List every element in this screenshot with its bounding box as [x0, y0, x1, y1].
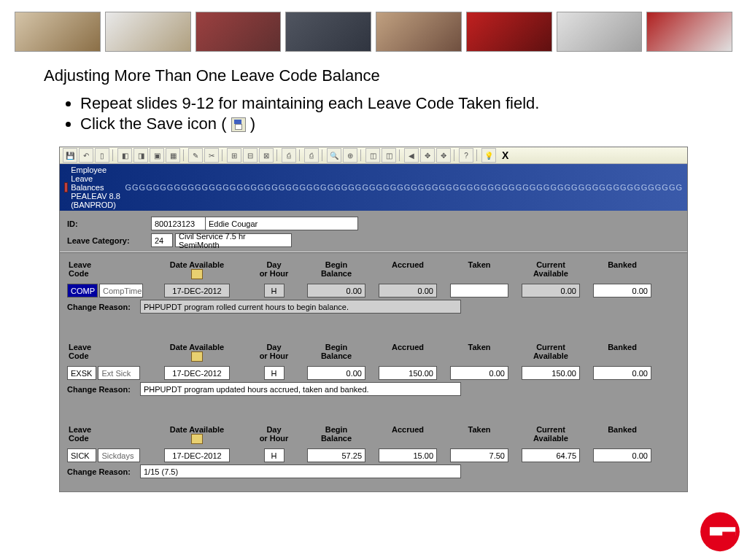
col-begin-balance: BeginBalance	[307, 425, 365, 447]
col-accrued: Accrued	[379, 343, 437, 365]
calendar-icon[interactable]	[191, 269, 203, 279]
slide-title: Adjusting More Than One Leave Code Balan…	[44, 66, 703, 85]
tool-icon[interactable]: ⊞	[227, 148, 241, 163]
begin-balance-field[interactable]: 0.00	[307, 284, 365, 298]
current-available-field[interactable]: 64.75	[522, 448, 580, 462]
leave-code-field[interactable]: EXSK	[67, 366, 96, 380]
help-icon[interactable]: ?	[459, 148, 473, 163]
id-label: ID:	[67, 219, 151, 228]
taken-field[interactable]: 7.50	[450, 448, 508, 462]
accrued-field[interactable]: 0.00	[379, 284, 437, 298]
close-button[interactable]: X	[502, 149, 508, 161]
siue-logo	[697, 508, 743, 554]
col-date-avail: Date Available	[153, 343, 241, 365]
date-available-field[interactable]: 17-DEC-2012	[164, 448, 230, 462]
change-reason-label: Change Reason:	[67, 467, 140, 476]
category-desc-field[interactable]: Civil Service 7.5 hr SemiMonth	[175, 233, 292, 247]
bullet-item: Click the Save icon ( )	[80, 114, 703, 133]
search-icon[interactable]: 🔍	[327, 148, 341, 163]
banked-field[interactable]: 0.00	[593, 284, 651, 298]
tool-icon[interactable]: ✎	[188, 148, 203, 163]
leave-code-desc: CompTime	[99, 284, 143, 298]
tool-icon[interactable]: ⊠	[259, 148, 274, 163]
leave-code-desc: Sickdays	[98, 448, 140, 462]
date-available-field[interactable]: 17-DEC-2012	[164, 284, 230, 298]
window-title: Employee Leave Balances PEALEAV 8.8 (BAN…	[71, 166, 122, 209]
accrued-field[interactable]: 150.00	[379, 366, 437, 380]
tool-icon[interactable]: ◫	[382, 148, 396, 163]
banked-field[interactable]: 0.00	[593, 448, 651, 462]
id-field[interactable]: 800123123	[151, 217, 206, 230]
app-icon	[64, 182, 68, 192]
taken-field[interactable]	[450, 284, 508, 298]
day-hour-field[interactable]: H	[264, 284, 285, 298]
bullet-text: )	[246, 114, 255, 133]
leave-code-desc: Ext Sick	[98, 366, 140, 380]
col-day-hour: Dayor Hour	[254, 260, 294, 282]
accrued-field[interactable]: 15.00	[379, 448, 437, 462]
col-banked: Banked	[593, 425, 651, 447]
col-date-avail: Date Available	[153, 260, 241, 282]
col-taken: Taken	[450, 343, 508, 365]
change-reason-field[interactable]: 1/15 (7.5)	[140, 464, 461, 478]
document-icon[interactable]: ▯	[95, 148, 109, 163]
col-current-available: CurrentAvailable	[522, 343, 580, 365]
category-code-field[interactable]: 24	[151, 233, 173, 247]
save-icon[interactable]: 💾	[63, 148, 77, 163]
col-accrued: Accrued	[379, 425, 437, 447]
leave-code-field[interactable]: COMP	[67, 284, 98, 298]
banked-field[interactable]: 0.00	[593, 366, 651, 380]
tool-icon[interactable]: ◫	[365, 148, 380, 163]
header-photo	[196, 12, 282, 52]
nav-prev-icon[interactable]: ◀	[404, 148, 419, 163]
tool-icon[interactable]: ⎙	[282, 148, 296, 163]
nav-icon[interactable]: ✥	[436, 148, 451, 163]
begin-balance-field[interactable]: 0.00	[307, 366, 365, 380]
undo-icon[interactable]: ↶	[79, 148, 93, 163]
begin-balance-field[interactable]: 57.25	[307, 448, 365, 462]
tool-icon[interactable]: ▣	[150, 148, 164, 163]
titlebar-pattern: GGGGGGGGGGGGGGGGGGGGGGGGGGGGGGGGGGGGGGGG…	[125, 183, 684, 192]
print-icon[interactable]: ⎙	[304, 148, 319, 163]
tool-icon[interactable]: ▦	[166, 148, 180, 163]
header-photo	[285, 12, 371, 52]
col-current-available: CurrentAvailable	[522, 260, 580, 282]
col-banked: Banked	[593, 343, 651, 365]
bullet-item: Repeat slides 9-12 for maintaining each …	[80, 94, 703, 113]
change-reason-field[interactable]: PHPUPDT program updated hours accrued, t…	[140, 382, 461, 396]
date-available-field[interactable]: 17-DEC-2012	[164, 366, 230, 380]
col-taken: Taken	[450, 260, 508, 282]
bulb-icon[interactable]: 💡	[481, 148, 496, 163]
id-name-field[interactable]: Eddie Cougar	[205, 217, 358, 230]
change-reason-field[interactable]: PHPUPDT program rolled current hours to …	[140, 300, 461, 314]
tool-icon[interactable]: ◧	[117, 148, 132, 163]
header-photo	[15, 12, 101, 52]
tool-icon[interactable]: ✂	[204, 148, 219, 163]
header-photo	[557, 12, 643, 52]
change-reason-label: Change Reason:	[67, 385, 140, 394]
tool-icon[interactable]: ⊟	[243, 148, 258, 163]
current-available-field[interactable]: 150.00	[522, 366, 580, 380]
taken-field[interactable]: 0.00	[450, 366, 508, 380]
calendar-icon[interactable]	[191, 434, 203, 444]
calendar-icon[interactable]	[191, 351, 203, 362]
category-label: Leave Category:	[67, 236, 151, 245]
day-hour-field[interactable]: H	[264, 366, 285, 380]
header-photo-strip	[0, 12, 747, 52]
col-date-avail: Date Available	[153, 425, 241, 447]
current-available-field[interactable]: 0.00	[522, 284, 580, 298]
col-leave-code: LeaveCode	[67, 425, 140, 447]
window-titlebar: Employee Leave Balances PEALEAV 8.8 (BAN…	[60, 164, 687, 211]
header-photo	[646, 12, 732, 52]
day-hour-field[interactable]: H	[264, 448, 285, 462]
nav-icon[interactable]: ✥	[420, 148, 435, 163]
col-day-hour: Dayor Hour	[254, 343, 294, 365]
col-banked: Banked	[593, 260, 651, 282]
header-photo	[105, 12, 191, 52]
col-begin-balance: BeginBalance	[307, 343, 365, 365]
leave-code-field[interactable]: SICK	[67, 448, 96, 462]
tool-icon[interactable]: ◨	[133, 148, 148, 163]
tool-icon[interactable]: ⊕	[343, 148, 357, 163]
col-current-available: CurrentAvailable	[522, 425, 580, 447]
change-reason-label: Change Reason:	[67, 303, 140, 311]
